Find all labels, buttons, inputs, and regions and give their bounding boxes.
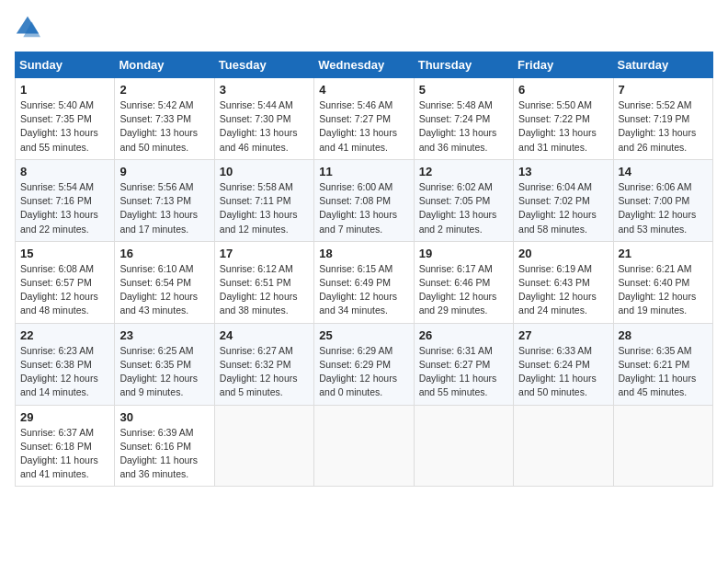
day-number: 3 bbox=[220, 83, 309, 97]
calendar-day-cell: 12 Sunrise: 6:02 AMSunset: 7:05 PMDaylig… bbox=[414, 159, 513, 241]
day-info: Sunrise: 6:27 AMSunset: 6:32 PMDaylight:… bbox=[220, 345, 298, 398]
calendar-day-cell: 22 Sunrise: 6:23 AMSunset: 6:38 PMDaylig… bbox=[16, 323, 115, 405]
day-info: Sunrise: 6:21 AMSunset: 6:40 PMDaylight:… bbox=[619, 263, 697, 316]
day-info: Sunrise: 6:35 AMSunset: 6:21 PMDaylight:… bbox=[619, 345, 697, 398]
day-number: 24 bbox=[220, 328, 309, 342]
calendar-day-cell: 19 Sunrise: 6:17 AMSunset: 6:46 PMDaylig… bbox=[414, 241, 513, 323]
day-number: 4 bbox=[319, 83, 408, 97]
day-number: 27 bbox=[518, 328, 608, 342]
logo-icon bbox=[15, 15, 40, 40]
calendar-day-cell bbox=[514, 405, 613, 487]
calendar-header-row: Sunday Monday Tuesday Wednesday Thursday… bbox=[16, 52, 713, 78]
day-info: Sunrise: 5:56 AMSunset: 7:13 PMDaylight:… bbox=[119, 181, 198, 235]
day-number: 6 bbox=[518, 83, 608, 97]
col-wednesday: Wednesday bbox=[314, 52, 414, 78]
calendar-day-cell: 29 Sunrise: 6:37 AMSunset: 6:18 PMDaylig… bbox=[16, 405, 115, 487]
calendar-day-cell: 27 Sunrise: 6:33 AMSunset: 6:24 PMDaylig… bbox=[514, 323, 613, 405]
calendar-week-row: 22 Sunrise: 6:23 AMSunset: 6:38 PMDaylig… bbox=[16, 323, 713, 405]
calendar-day-cell: 28 Sunrise: 6:35 AMSunset: 6:21 PMDaylig… bbox=[613, 323, 712, 405]
day-info: Sunrise: 6:23 AMSunset: 6:38 PMDaylight:… bbox=[20, 345, 98, 398]
day-number: 11 bbox=[319, 165, 408, 178]
calendar-day-cell: 9 Sunrise: 5:56 AMSunset: 7:13 PMDayligh… bbox=[115, 159, 214, 241]
col-saturday: Saturday bbox=[613, 52, 712, 78]
day-info: Sunrise: 5:42 AMSunset: 7:33 PMDaylight:… bbox=[119, 99, 198, 153]
col-monday: Monday bbox=[115, 52, 214, 78]
calendar-day-cell bbox=[414, 405, 513, 487]
day-number: 20 bbox=[518, 247, 608, 260]
day-info: Sunrise: 6:37 AMSunset: 6:18 PMDaylight:… bbox=[20, 427, 98, 480]
col-tuesday: Tuesday bbox=[214, 52, 313, 78]
day-number: 15 bbox=[20, 247, 109, 260]
day-info: Sunrise: 5:40 AMSunset: 7:35 PMDaylight:… bbox=[20, 99, 98, 153]
day-info: Sunrise: 6:19 AMSunset: 6:43 PMDaylight:… bbox=[518, 263, 597, 316]
day-number: 19 bbox=[419, 247, 508, 260]
day-number: 1 bbox=[20, 83, 109, 97]
calendar-day-cell: 8 Sunrise: 5:54 AMSunset: 7:16 PMDayligh… bbox=[16, 159, 115, 241]
day-number: 7 bbox=[619, 83, 708, 97]
calendar-day-cell: 3 Sunrise: 5:44 AMSunset: 7:30 PMDayligh… bbox=[214, 78, 313, 160]
day-info: Sunrise: 6:31 AMSunset: 6:27 PMDaylight:… bbox=[419, 345, 497, 398]
day-number: 10 bbox=[220, 165, 309, 178]
day-number: 23 bbox=[119, 328, 209, 342]
calendar-day-cell: 21 Sunrise: 6:21 AMSunset: 6:40 PMDaylig… bbox=[613, 241, 712, 323]
day-info: Sunrise: 6:15 AMSunset: 6:49 PMDaylight:… bbox=[319, 263, 397, 316]
day-info: Sunrise: 6:29 AMSunset: 6:29 PMDaylight:… bbox=[319, 345, 397, 398]
calendar-week-row: 1 Sunrise: 5:40 AMSunset: 7:35 PMDayligh… bbox=[16, 78, 713, 160]
day-number: 14 bbox=[619, 165, 708, 178]
day-info: Sunrise: 6:33 AMSunset: 6:24 PMDaylight:… bbox=[518, 345, 597, 398]
calendar-day-cell: 7 Sunrise: 5:52 AMSunset: 7:19 PMDayligh… bbox=[613, 78, 712, 160]
day-info: Sunrise: 5:54 AMSunset: 7:16 PMDaylight:… bbox=[20, 181, 98, 235]
calendar-day-cell: 16 Sunrise: 6:10 AMSunset: 6:54 PMDaylig… bbox=[115, 241, 214, 323]
day-info: Sunrise: 5:52 AMSunset: 7:19 PMDaylight:… bbox=[619, 99, 697, 153]
col-friday: Friday bbox=[514, 52, 613, 78]
calendar-day-cell: 26 Sunrise: 6:31 AMSunset: 6:27 PMDaylig… bbox=[414, 323, 513, 405]
page-header bbox=[15, 15, 713, 40]
day-info: Sunrise: 6:00 AMSunset: 7:08 PMDaylight:… bbox=[319, 181, 397, 235]
day-number: 17 bbox=[220, 247, 309, 260]
calendar-day-cell: 25 Sunrise: 6:29 AMSunset: 6:29 PMDaylig… bbox=[314, 323, 414, 405]
calendar-week-row: 29 Sunrise: 6:37 AMSunset: 6:18 PMDaylig… bbox=[16, 405, 713, 487]
calendar-day-cell: 30 Sunrise: 6:39 AMSunset: 6:16 PMDaylig… bbox=[115, 405, 214, 487]
day-info: Sunrise: 6:04 AMSunset: 7:02 PMDaylight:… bbox=[518, 181, 597, 235]
calendar-day-cell bbox=[214, 405, 313, 487]
day-info: Sunrise: 6:02 AMSunset: 7:05 PMDaylight:… bbox=[419, 181, 497, 235]
calendar-day-cell: 15 Sunrise: 6:08 AMSunset: 6:57 PMDaylig… bbox=[16, 241, 115, 323]
day-number: 21 bbox=[619, 247, 708, 260]
day-info: Sunrise: 6:08 AMSunset: 6:57 PMDaylight:… bbox=[20, 263, 98, 316]
day-info: Sunrise: 6:06 AMSunset: 7:00 PMDaylight:… bbox=[619, 181, 697, 235]
day-info: Sunrise: 6:17 AMSunset: 6:46 PMDaylight:… bbox=[419, 263, 497, 316]
calendar-table: Sunday Monday Tuesday Wednesday Thursday… bbox=[15, 52, 713, 487]
calendar-day-cell: 20 Sunrise: 6:19 AMSunset: 6:43 PMDaylig… bbox=[514, 241, 613, 323]
day-info: Sunrise: 6:25 AMSunset: 6:35 PMDaylight:… bbox=[119, 345, 198, 398]
day-info: Sunrise: 5:44 AMSunset: 7:30 PMDaylight:… bbox=[220, 99, 298, 153]
day-info: Sunrise: 5:48 AMSunset: 7:24 PMDaylight:… bbox=[419, 99, 497, 153]
logo bbox=[15, 15, 42, 40]
calendar-day-cell: 11 Sunrise: 6:00 AMSunset: 7:08 PMDaylig… bbox=[314, 159, 414, 241]
day-info: Sunrise: 5:50 AMSunset: 7:22 PMDaylight:… bbox=[518, 99, 597, 153]
col-thursday: Thursday bbox=[414, 52, 513, 78]
day-info: Sunrise: 6:10 AMSunset: 6:54 PMDaylight:… bbox=[119, 263, 198, 316]
day-number: 8 bbox=[20, 165, 109, 178]
calendar-week-row: 15 Sunrise: 6:08 AMSunset: 6:57 PMDaylig… bbox=[16, 241, 713, 323]
day-info: Sunrise: 6:39 AMSunset: 6:16 PMDaylight:… bbox=[119, 427, 198, 480]
calendar-day-cell: 5 Sunrise: 5:48 AMSunset: 7:24 PMDayligh… bbox=[414, 78, 513, 160]
calendar-day-cell: 18 Sunrise: 6:15 AMSunset: 6:49 PMDaylig… bbox=[314, 241, 414, 323]
day-number: 16 bbox=[119, 247, 209, 260]
calendar-day-cell: 4 Sunrise: 5:46 AMSunset: 7:27 PMDayligh… bbox=[314, 78, 414, 160]
day-number: 30 bbox=[119, 410, 209, 424]
calendar-day-cell: 17 Sunrise: 6:12 AMSunset: 6:51 PMDaylig… bbox=[214, 241, 313, 323]
calendar-week-row: 8 Sunrise: 5:54 AMSunset: 7:16 PMDayligh… bbox=[16, 159, 713, 241]
calendar-day-cell: 6 Sunrise: 5:50 AMSunset: 7:22 PMDayligh… bbox=[514, 78, 613, 160]
day-info: Sunrise: 5:46 AMSunset: 7:27 PMDaylight:… bbox=[319, 99, 397, 153]
calendar-day-cell: 13 Sunrise: 6:04 AMSunset: 7:02 PMDaylig… bbox=[514, 159, 613, 241]
day-info: Sunrise: 5:58 AMSunset: 7:11 PMDaylight:… bbox=[220, 181, 298, 235]
calendar-day-cell: 14 Sunrise: 6:06 AMSunset: 7:00 PMDaylig… bbox=[613, 159, 712, 241]
day-number: 13 bbox=[518, 165, 608, 178]
day-info: Sunrise: 6:12 AMSunset: 6:51 PMDaylight:… bbox=[220, 263, 298, 316]
day-number: 26 bbox=[419, 328, 508, 342]
day-number: 12 bbox=[419, 165, 508, 178]
day-number: 2 bbox=[119, 83, 209, 97]
calendar-day-cell: 24 Sunrise: 6:27 AMSunset: 6:32 PMDaylig… bbox=[214, 323, 313, 405]
day-number: 5 bbox=[419, 83, 508, 97]
day-number: 25 bbox=[319, 328, 408, 342]
